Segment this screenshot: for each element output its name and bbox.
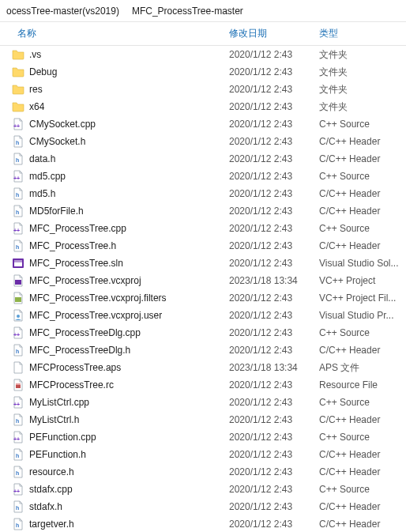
file-type: 文件夹 (311, 83, 406, 96)
file-name: md5.h (29, 188, 55, 199)
file-row[interactable]: MFC_ProcessTreeDlg.cpp2020/1/12 2:43C++ … (0, 324, 406, 341)
file-row[interactable]: x642020/1/12 2:43文件夹 (0, 98, 406, 115)
file-row[interactable]: MFC_ProcessTree.h2020/1/12 2:43C/C++ Hea… (0, 237, 406, 255)
cpp-icon (12, 326, 24, 339)
column-headers: 名称 修改日期 类型 (0, 22, 406, 46)
file-date: 2020/1/12 2:43 (229, 519, 311, 530)
file-date: 2020/1/12 2:43 (229, 379, 311, 391)
file-row[interactable]: Debug2020/1/12 2:43文件夹 (0, 63, 406, 81)
file-name: CMySocket.cpp (29, 119, 96, 130)
file-row[interactable]: stdafx.cpp2020/1/12 2:43C++ Source (0, 481, 406, 498)
file-name-cell: MFC_ProcessTree.cpp (12, 222, 229, 235)
file-name: MFC_ProcessTree.vcxproj (29, 275, 141, 286)
file-row[interactable]: CMySocket.cpp2020/1/12 2:43C++ Source (0, 115, 406, 133)
file-row[interactable]: MFC_ProcessTree.cpp2020/1/12 2:43C++ Sou… (0, 220, 406, 237)
file-row[interactable]: stdafx.h2020/1/12 2:43C/C++ Header (0, 498, 406, 515)
file-row[interactable]: md5.cpp2020/1/12 2:43C++ Source (0, 168, 406, 185)
file-row[interactable]: targetver.h2020/1/12 2:43C/C++ Header (0, 515, 406, 532)
file-row[interactable]: data.h2020/1/12 2:43C/C++ Header (0, 150, 406, 168)
file-row[interactable]: res2020/1/12 2:43文件夹 (0, 81, 406, 98)
file-row[interactable]: md5.h2020/1/12 2:43C/C++ Header (0, 185, 406, 202)
file-name-cell: md5.cpp (12, 170, 229, 183)
file-type: C/C++ Header (311, 136, 406, 147)
file-type: 文件夹 (311, 48, 406, 62)
column-header-type[interactable]: 类型 (311, 27, 406, 40)
file-type: VC++ Project Fil... (311, 292, 406, 304)
file-type: C/C++ Header (311, 519, 406, 530)
file-type: C++ Source (311, 327, 406, 338)
file-name-cell: MFC_ProcessTree.h (12, 240, 229, 252)
file-date: 2020/1/12 2:43 (229, 66, 311, 77)
file-row[interactable]: PEFunction.h2020/1/12 2:43C/C++ Header (0, 446, 406, 463)
file-date: 2020/1/12 2:43 (229, 240, 311, 251)
h-icon (12, 500, 24, 513)
breadcrumb-segment[interactable]: MFC_ProcessTree-master (129, 4, 246, 18)
file-date: 2020/1/12 2:43 (229, 153, 311, 164)
cpp-icon (12, 118, 24, 130)
file-name-cell: resource.h (12, 466, 229, 478)
file-name-cell: PEFunction.h (12, 448, 229, 461)
file-type: C++ Source (311, 397, 406, 408)
file-name-cell: MFC_ProcessTree.vcxproj.filters (12, 292, 229, 304)
file-row[interactable]: MFC_ProcessTree.vcxproj.filters2020/1/12… (0, 289, 406, 307)
file-row[interactable]: MD5forFile.h2020/1/12 2:43C/C++ Header (0, 202, 406, 220)
file-name: resource.h (29, 466, 74, 477)
chevron-right-icon (122, 6, 129, 15)
file-row[interactable]: resource.h2020/1/12 2:43C/C++ Header (0, 463, 406, 481)
file-name: MyListCtrl.cpp (29, 397, 89, 408)
file-name-cell: CMySocket.cpp (12, 118, 229, 130)
file-row[interactable]: PEFunction.cpp2020/1/12 2:43C++ Source (0, 428, 406, 446)
file-date: 2020/1/12 2:43 (229, 258, 311, 269)
file-row[interactable]: MFC_ProcessTreeDlg.h2020/1/12 2:43C/C++ … (0, 341, 406, 359)
file-date: 2020/1/12 2:43 (229, 432, 311, 443)
h-icon (12, 518, 24, 530)
file-name-cell: MFC_ProcessTreeDlg.cpp (12, 326, 229, 339)
file-name: targetver.h (29, 519, 74, 530)
file-date: 2020/1/12 2:43 (229, 84, 311, 95)
cpp-icon (12, 483, 24, 496)
file-name-cell: MFCProcessTree.rc (12, 379, 229, 391)
file-name-cell: x64 (12, 100, 229, 113)
file-name: md5.cpp (29, 171, 66, 182)
file-date: 2020/1/12 2:43 (229, 101, 311, 112)
column-header-date[interactable]: 修改日期 (229, 27, 311, 40)
file-row[interactable]: .vs2020/1/12 2:43文件夹 (0, 46, 406, 63)
file-date: 2020/1/12 2:43 (229, 449, 311, 460)
file-date: 2020/1/12 2:43 (229, 206, 311, 217)
h-icon (12, 153, 24, 165)
file-row[interactable]: CMySocket.h2020/1/12 2:43C/C++ Header (0, 133, 406, 150)
file-date: 2020/1/12 2:43 (229, 292, 311, 304)
breadcrumb[interactable]: ocessTree-master(vs2019) MFC_ProcessTree… (0, 0, 406, 22)
breadcrumb-segment[interactable]: ocessTree-master(vs2019) (3, 4, 122, 18)
file-name: res (29, 84, 43, 95)
cpp-icon (12, 170, 24, 183)
file-row[interactable]: MFCProcessTree.rc2020/1/12 2:43Resource … (0, 376, 406, 394)
file-row[interactable]: MyListCtrl.h2020/1/12 2:43C/C++ Header (0, 411, 406, 428)
file-name-cell: CMySocket.h (12, 135, 229, 148)
file-name-cell: MyListCtrl.h (12, 413, 229, 426)
file-type: C/C++ Header (311, 449, 406, 460)
file-name: Debug (29, 66, 57, 77)
file-name-cell: MFC_ProcessTree.vcxproj.user (12, 309, 229, 322)
vcxfilt-icon (12, 292, 24, 304)
column-header-name[interactable]: 名称 (0, 27, 229, 40)
file-type: Visual Studio Sol... (311, 258, 406, 269)
h-icon (12, 413, 24, 426)
file-type: C/C++ Header (311, 501, 406, 512)
file-name: MyListCtrl.h (29, 414, 79, 425)
file-name: MFC_ProcessTree.cpp (29, 223, 126, 234)
file-name-cell: MyListCtrl.cpp (12, 396, 229, 409)
file-type: Resource File (311, 379, 406, 391)
file-name: PEFunction.cpp (29, 432, 96, 443)
file-row[interactable]: MyListCtrl.cpp2020/1/12 2:43C++ Source (0, 394, 406, 411)
file-row[interactable]: MFC_ProcessTree.vcxproj.user2020/1/12 2:… (0, 307, 406, 324)
file-row[interactable]: MFC_ProcessTree.vcxproj2023/1/18 13:34VC… (0, 272, 406, 289)
rc-icon (12, 379, 24, 391)
file-type: 文件夹 (311, 100, 406, 114)
file-date: 2020/1/12 2:43 (229, 223, 311, 234)
folder-icon (12, 66, 24, 78)
file-row[interactable]: MFC_ProcessTree.sln2020/1/12 2:43Visual … (0, 255, 406, 272)
cpp-icon (12, 431, 24, 443)
file-row[interactable]: MFCProcessTree.aps2023/1/18 13:34APS 文件 (0, 359, 406, 376)
file-date: 2020/1/12 2:43 (229, 397, 311, 408)
